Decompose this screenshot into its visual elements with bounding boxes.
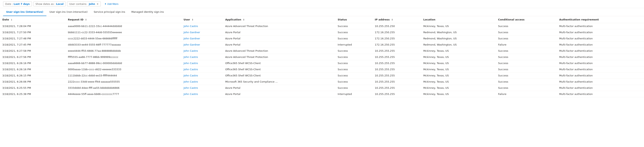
cell-conditional-access: Success: [496, 29, 557, 35]
cell-date: 3/18/2021, 7:27:50 PM: [0, 29, 66, 35]
cell-ip-address: 10.255.255.255: [372, 66, 421, 73]
cell-auth-requirement: Multi-factor authentication: [557, 91, 644, 97]
cell-application: Office365 Shell WCSS-Client: [223, 73, 336, 79]
cell-request-id: 4444eeee-55ff-aaaa-bb66-cccccccc7777: [66, 91, 181, 97]
tab-managed-identity[interactable]: Managed identity sign-ins: [128, 8, 167, 16]
cell-auth-requirement: Multi-factor authentication: [557, 42, 644, 48]
cell-ip-address: 10.255.255.255: [372, 91, 421, 97]
cell-conditional-access: Success: [496, 35, 557, 42]
cell-location: Redmond, Washington, US: [421, 35, 496, 42]
cell-user[interactable]: John Castro: [181, 79, 223, 85]
cell-application: Office365 Shell WCSS-Client: [223, 66, 336, 73]
cell-request-id: aaaa0000-bb11-2222-33cc-444444dddddd: [66, 23, 181, 29]
cell-date: 3/18/2021, 7:27:45 PM: [0, 42, 66, 48]
cell-location: Mckinney, Texas, US: [421, 79, 496, 85]
col-location: Location: [421, 16, 496, 23]
cell-request-id: aaaa6666-bb77-8888-99cc-000000dddddd: [66, 60, 181, 66]
table-body: 3/18/2021, 7:28:04 PM aaaa0000-bb11-2222…: [0, 23, 644, 97]
cell-ip-address: 10.255.255.250: [372, 23, 421, 29]
user-filter-label: User contains: [69, 2, 86, 5]
table-row[interactable]: 3/18/2021, 7:27:45 PM dddd3333-ee44-5555…: [0, 42, 644, 48]
tab-interactive[interactable]: User sign-ins (interactive): [3, 8, 46, 16]
table-row[interactable]: 3/18/2021, 6:25:55 PM 3333dddd-44ee-ffff…: [0, 85, 644, 91]
col-user[interactable]: User ↕: [181, 16, 223, 23]
user-filter-chip[interactable]: User contains John ✕: [67, 1, 100, 6]
table-row[interactable]: 3/18/2021, 6:27:58 PM eeee4444-ff55-6666…: [0, 48, 644, 54]
cell-status: Success: [336, 60, 372, 66]
cell-user[interactable]: John Castro: [181, 54, 223, 60]
table-row[interactable]: 3/18/2021, 7:27:50 PM bbbb1111-cc22-3333…: [0, 29, 644, 35]
request-id-sort-icon: ↕: [85, 18, 87, 21]
cell-date: 3/18/2021, 6:25:38 PM: [0, 91, 66, 97]
cell-location: Mckinney, Texas, US: [421, 48, 496, 54]
cell-conditional-access: Success: [496, 48, 557, 54]
cell-user[interactable]: John Castro: [181, 66, 223, 73]
show-dates-label: Show dates as :: [36, 2, 56, 5]
cell-date: 3/18/2021, 6:26:16 PM: [0, 60, 66, 66]
cell-date: 3/18/2021, 6:27:56 PM: [0, 54, 66, 60]
col-application[interactable]: Application ↕: [223, 16, 336, 23]
cell-date: 3/18/2021, 6:25:55 PM: [0, 85, 66, 91]
cell-date: 3/18/2021, 6:26:06 PM: [0, 79, 66, 85]
cell-date: 3/18/2021, 7:27:48 PM: [0, 35, 66, 42]
cell-conditional-access: Success: [496, 23, 557, 29]
table-row[interactable]: 3/18/2021, 7:28:04 PM aaaa0000-bb11-2222…: [0, 23, 644, 29]
cell-user[interactable]: John Castro: [181, 48, 223, 54]
cell-conditional-access: Success: [496, 60, 557, 66]
cell-application: Azure Portal: [223, 35, 336, 42]
cell-conditional-access: Success: [496, 79, 557, 85]
date-filter-label: Date :: [5, 2, 13, 5]
cell-auth-requirement: Multi-factor authentication: [557, 66, 644, 73]
cell-user[interactable]: John Gardner: [181, 35, 223, 42]
cell-conditional-access: Success: [496, 73, 557, 79]
table-row[interactable]: 3/18/2021, 6:26:16 PM 0000aaaa-11bb-cccc…: [0, 66, 644, 73]
cell-user[interactable]: John Gardner: [181, 29, 223, 35]
cell-user[interactable]: John Castro: [181, 23, 223, 29]
table-row[interactable]: 3/18/2021, 6:26:16 PM aaaa6666-bb77-8888…: [0, 60, 644, 66]
cell-auth-requirement: Multi-factor authentication: [557, 23, 644, 29]
cell-user[interactable]: John Castro: [181, 73, 223, 79]
cell-status: Interrupted: [336, 42, 372, 48]
col-request-id[interactable]: Request ID ↕: [66, 16, 181, 23]
cell-location: Redmond, Washington, US: [421, 29, 496, 35]
cell-application: Azure Advanced Threat Protection: [223, 23, 336, 29]
show-dates-value: Local: [56, 2, 64, 5]
tab-service-principal[interactable]: Service principal sign-ins: [91, 8, 128, 16]
cell-auth-requirement: Multi-factor authentication: [557, 54, 644, 60]
tabs-container: User sign-ins (interactive) User sign-in…: [0, 8, 644, 16]
cell-auth-requirement: Multi-factor authentication: [557, 48, 644, 54]
application-sort-icon: ↕: [243, 18, 244, 21]
add-filters-label: Add filters: [107, 2, 118, 5]
cell-auth-requirement: Multi-factor authentication: [557, 85, 644, 91]
cell-location: Mckinney, Texas, US: [421, 66, 496, 73]
cell-user[interactable]: John Castro: [181, 60, 223, 66]
show-dates-filter-chip[interactable]: Show dates as : Local: [34, 1, 66, 6]
cell-application: Azure Advanced Threat Protection: [223, 54, 336, 60]
cell-application: Office365 Shell WCSS-Client: [223, 60, 336, 66]
cell-request-id: eeee4444-ff55-6666-77aa-888888bbbbbb: [66, 48, 181, 54]
table-row[interactable]: 3/18/2021, 6:27:56 PM ffff5555-aa66-7777…: [0, 54, 644, 60]
cell-status: Success: [336, 54, 372, 60]
cell-date: 3/18/2021, 7:28:04 PM: [0, 23, 66, 29]
table-header: Date ↓ Request ID ↕ User ↕ Application ↕…: [0, 16, 644, 23]
date-filter-chip[interactable]: Date : Last 7 days: [3, 1, 32, 6]
col-status: Status: [336, 16, 372, 23]
cell-ip-address: 172.16.250.255: [372, 29, 421, 35]
cell-user[interactable]: John Castro: [181, 85, 223, 91]
table-row[interactable]: 3/18/2021, 7:27:48 PM cccc2222-dd33-4444…: [0, 35, 644, 42]
col-date[interactable]: Date ↓: [0, 16, 66, 23]
table-row[interactable]: 3/18/2021, 6:26:15 PM 1111bbbb-22cc-dddd…: [0, 73, 644, 79]
col-ip-address[interactable]: IP address ↕: [372, 16, 421, 23]
table-row[interactable]: 3/18/2021, 6:26:06 PM 2222cccc-33dd-eeee…: [0, 79, 644, 85]
cell-user[interactable]: John Gardner: [181, 42, 223, 48]
cell-application: Microsoft 365 Security and Compliance ..…: [223, 79, 336, 85]
date-filter-value: Last 7 days: [14, 2, 30, 5]
user-filter-close-icon[interactable]: ✕: [97, 3, 98, 5]
cell-status: Success: [336, 79, 372, 85]
cell-conditional-access: Failure: [496, 42, 557, 48]
tab-non-interactive[interactable]: User sign-ins (non-interactive): [46, 8, 91, 16]
table-row[interactable]: 3/18/2021, 6:25:38 PM 4444eeee-55ff-aaaa…: [0, 91, 644, 97]
cell-user[interactable]: John Castro: [181, 91, 223, 97]
user-filter-value: John: [89, 2, 95, 5]
add-filters-button[interactable]: ✦ Add filters: [102, 1, 121, 6]
